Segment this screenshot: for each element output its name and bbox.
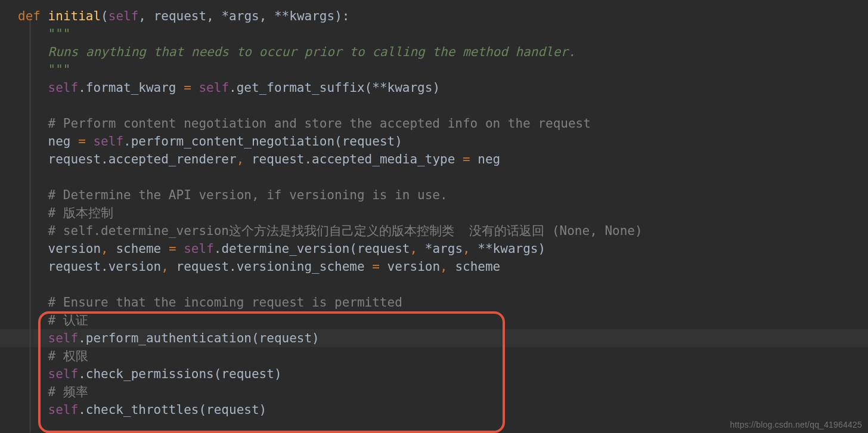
var-scheme: scheme [116, 242, 169, 256]
self-ref: self [199, 81, 229, 95]
param-kwargs: **kwargs [274, 9, 334, 23]
comma: , [237, 152, 252, 166]
var-neg: neg [48, 134, 79, 149]
comment-line: # Determine the API version, if versioni… [48, 188, 448, 202]
comment-line: # Perform content negotiation and store … [48, 116, 591, 131]
comma: , [463, 242, 478, 256]
rhs-version: version [388, 259, 441, 274]
attr-request-version: request.version [48, 259, 162, 274]
attr-format-kwarg: .format_kwarg [78, 81, 184, 95]
param-self: self [108, 9, 139, 23]
comment-line: # 权限 [48, 349, 88, 363]
comment-line: # Ensure that the incoming request is pe… [48, 295, 402, 310]
param-args: *args [221, 9, 259, 23]
param-request: request [154, 9, 207, 23]
call-check-permissions: .check_permissions(request) [78, 367, 281, 381]
self-ref: self [48, 81, 79, 95]
self-ref: self [48, 367, 79, 381]
comma: , [101, 242, 116, 256]
op-assign: = [184, 81, 199, 95]
docstring-open: """ [48, 27, 71, 41]
paren-open: ( [101, 9, 108, 23]
comment-line: # 版本控制 [48, 206, 113, 220]
var-neg-rhs: neg [478, 152, 500, 166]
attr-accepted-renderer: request.accepted_renderer [48, 152, 237, 166]
call-perform-authentication: .perform_authentication(request) [78, 331, 320, 345]
arg-kwargs: **kwargs) [478, 242, 545, 256]
function-name: initial [48, 9, 101, 23]
op-assign: = [78, 134, 93, 149]
arg-args: *args [425, 242, 463, 256]
paren-close: ): [334, 9, 349, 23]
op-assign: = [169, 242, 184, 256]
attr-accepted-media-type: request.accepted_media_type [252, 152, 463, 166]
self-ref: self [184, 242, 214, 256]
code-editor[interactable]: def initial(self, request, *args, **kwar… [0, 0, 868, 433]
op-assign: = [463, 152, 478, 166]
self-ref: self [48, 331, 79, 345]
var-version: version [48, 242, 101, 256]
code-block[interactable]: def initial(self, request, *args, **kwar… [0, 7, 868, 419]
call-determine-version: .determine_version(request [214, 242, 410, 256]
comment-line: # 认证 [48, 313, 88, 327]
attr-request-versioning-scheme: request.versioning_scheme [176, 259, 373, 274]
self-ref: self [48, 403, 79, 417]
call-check-throttles: .check_throttles(request) [78, 403, 266, 417]
call-get-format-suffix: .get_format_suffix(**kwargs) [229, 81, 440, 95]
self-ref: self [93, 134, 123, 149]
rhs-scheme: scheme [455, 259, 500, 274]
comma: , [161, 259, 176, 274]
call-perform-content-negotiation: .perform_content_negotiation(request) [123, 134, 402, 149]
comma: , [206, 9, 221, 23]
comment-line: # self.determine_version这个方法是找我们自己定义的版本控… [48, 224, 643, 238]
docstring-close: """ [48, 63, 71, 77]
comma: , [440, 259, 455, 274]
comma: , [259, 9, 274, 23]
comma: , [138, 9, 153, 23]
keyword-def: def [18, 9, 41, 23]
comma: , [410, 242, 425, 256]
docstring-text: Runs anything that needs to occur prior … [48, 45, 576, 59]
watermark-text: https://blog.csdn.net/qq_41964425 [730, 420, 862, 429]
comment-line: # 频率 [48, 385, 88, 399]
op-assign: = [372, 259, 387, 274]
